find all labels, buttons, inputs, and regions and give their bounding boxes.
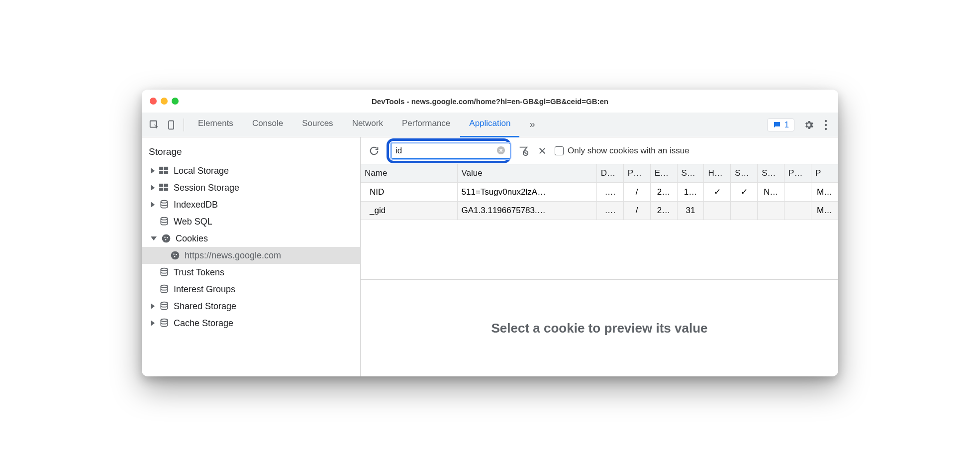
- col-5[interactable]: S…: [677, 164, 704, 183]
- sidebar-item-label: Trust Tokens: [174, 267, 224, 278]
- cell: M…: [811, 202, 838, 220]
- sidebar-item-label: IndexedDB: [174, 200, 218, 210]
- tabs-overflow-button[interactable]: »: [520, 113, 544, 137]
- svg-point-25: [161, 302, 167, 305]
- col-4[interactable]: E…: [650, 164, 677, 183]
- window-title: DevTools - news.google.com/home?hl=en-GB…: [142, 97, 838, 106]
- minimize-window-button[interactable]: [161, 98, 168, 105]
- cell: [784, 202, 811, 220]
- expand-arrow-icon: [151, 303, 155, 309]
- tab-elements[interactable]: Elements: [189, 113, 242, 137]
- content: Storage Local StorageSession StorageInde…: [142, 137, 838, 376]
- svg-point-23: [161, 268, 167, 271]
- sidebar-item-label: Cache Storage: [174, 318, 233, 329]
- db-icon: [159, 318, 170, 329]
- sidebar-item-indexeddb[interactable]: IndexedDB: [142, 196, 360, 213]
- db-icon: [159, 199, 170, 210]
- clear-all-icon[interactable]: [517, 144, 530, 157]
- sidebar-item-label: https://news.google.com: [185, 250, 281, 261]
- svg-point-22: [174, 256, 176, 257]
- cell: 2…: [650, 202, 677, 220]
- cell: [704, 202, 731, 220]
- devtools-window: DevTools - news.google.com/home?hl=en-GB…: [142, 90, 838, 376]
- table-header-row: NameValueD…P…E…S…H…S…S…P…P: [361, 164, 838, 183]
- table-row[interactable]: _gidGA1.3.1196675783.……./2…31M…: [361, 202, 838, 220]
- filter-input[interactable]: [391, 143, 510, 159]
- sidebar-item-https-news-google-com[interactable]: https://news.google.com: [142, 247, 360, 264]
- inspect-element-icon[interactable]: [147, 117, 162, 132]
- svg-point-17: [167, 237, 168, 238]
- col-10[interactable]: P: [811, 164, 838, 183]
- col-3[interactable]: P…: [623, 164, 650, 183]
- sidebar-item-web-sql[interactable]: Web SQL: [142, 213, 360, 230]
- cell: GA1.3.1196675783.…: [457, 202, 596, 220]
- col-6[interactable]: H…: [704, 164, 731, 183]
- tab-performance[interactable]: Performance: [393, 113, 459, 137]
- sidebar-item-shared-storage[interactable]: Shared Storage: [142, 298, 360, 315]
- sidebar-item-session-storage[interactable]: Session Storage: [142, 179, 360, 196]
- device-toolbar-icon[interactable]: [164, 117, 179, 132]
- settings-icon[interactable]: [801, 117, 816, 132]
- svg-rect-1: [169, 120, 174, 129]
- svg-rect-5: [159, 167, 163, 170]
- checkbox-label-text: Only show cookies with an issue: [568, 146, 689, 156]
- svg-point-15: [162, 234, 171, 243]
- db-icon: [159, 216, 170, 227]
- delete-selected-icon[interactable]: [536, 144, 549, 157]
- tab-sources[interactable]: Sources: [293, 113, 342, 137]
- issues-button[interactable]: 1: [767, 118, 794, 131]
- sidebar-heading: Storage: [142, 143, 360, 162]
- cell: _gid: [361, 202, 457, 220]
- cell: 511=Tsugv0nux2lzA…: [457, 183, 596, 202]
- sidebar-item-local-storage[interactable]: Local Storage: [142, 162, 360, 179]
- divider: [184, 118, 184, 131]
- col-2[interactable]: D…: [596, 164, 623, 183]
- tab-application[interactable]: Application: [460, 113, 519, 137]
- cell: 31: [677, 202, 704, 220]
- tab-console[interactable]: Console: [243, 113, 292, 137]
- svg-rect-9: [159, 184, 163, 187]
- sidebar-item-cookies[interactable]: Cookies: [142, 230, 360, 247]
- cell: [784, 183, 811, 202]
- cell: /: [623, 202, 650, 220]
- svg-point-13: [161, 201, 167, 203]
- sidebar-item-trust-tokens[interactable]: Trust Tokens: [142, 264, 360, 281]
- expand-arrow-icon: [151, 320, 155, 326]
- sidebar-item-label: Shared Storage: [174, 301, 236, 312]
- cell: N…: [758, 183, 784, 202]
- clear-filter-icon[interactable]: [496, 146, 506, 156]
- cell: /: [623, 183, 650, 202]
- only-issues-checkbox[interactable]: Only show cookies with an issue: [555, 146, 689, 156]
- svg-point-26: [161, 319, 167, 322]
- issues-count: 1: [784, 120, 789, 129]
- cookies-table: NameValueD…P…E…S…H…S…S…P…P NID511=Tsugv0…: [361, 164, 838, 280]
- col-0[interactable]: Name: [361, 164, 457, 183]
- preview-placeholder: Select a cookie to preview its value: [491, 321, 708, 336]
- col-9[interactable]: P…: [784, 164, 811, 183]
- maximize-window-button[interactable]: [172, 98, 179, 105]
- col-7[interactable]: S…: [731, 164, 758, 183]
- panel-tabs: Elements Console Sources Network Perform…: [189, 113, 544, 137]
- sidebar-item-cache-storage[interactable]: Cache Storage: [142, 315, 360, 332]
- svg-point-2: [825, 119, 827, 121]
- cell: [731, 202, 758, 220]
- storage-icon: [159, 182, 170, 193]
- col-8[interactable]: S…: [758, 164, 784, 183]
- cell: [758, 202, 784, 220]
- table-row[interactable]: NID511=Tsugv0nux2lzA……./2…1…✓✓N…M…: [361, 183, 838, 202]
- cell: ✓: [704, 183, 731, 202]
- svg-point-16: [164, 236, 166, 238]
- more-icon[interactable]: [818, 117, 833, 132]
- tab-network[interactable]: Network: [343, 113, 392, 137]
- cookies-toolbar: Only show cookies with an issue: [361, 137, 838, 164]
- refresh-icon[interactable]: [368, 144, 381, 157]
- col-1[interactable]: Value: [457, 164, 596, 183]
- cookie-icon: [170, 250, 181, 261]
- close-window-button[interactable]: [150, 98, 157, 105]
- cell: ….: [596, 202, 623, 220]
- expand-arrow-icon: [151, 202, 155, 208]
- sidebar: Storage Local StorageSession StorageInde…: [142, 137, 361, 376]
- sidebar-item-label: Web SQL: [174, 217, 212, 227]
- svg-point-18: [165, 239, 167, 240]
- sidebar-item-interest-groups[interactable]: Interest Groups: [142, 281, 360, 298]
